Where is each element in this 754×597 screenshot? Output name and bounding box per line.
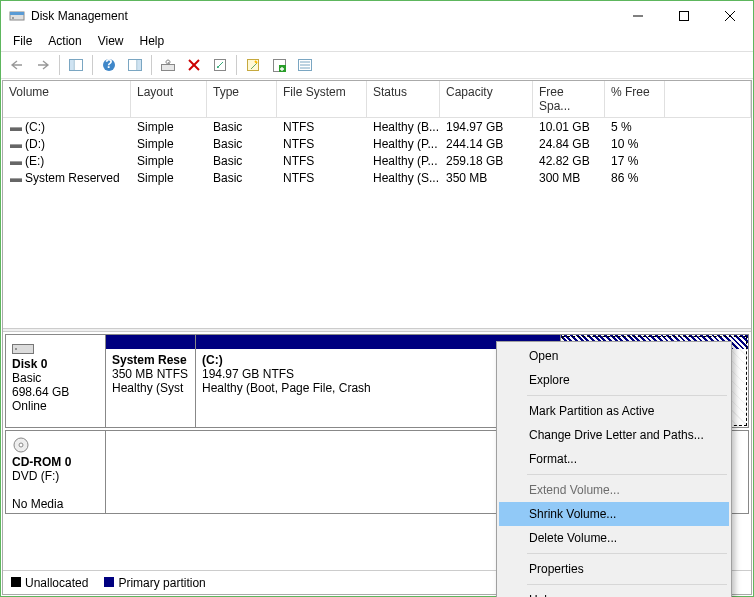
col-capacity[interactable]: Capacity [440,81,533,118]
show-hide-action-pane-button[interactable] [123,54,147,76]
cell-fs: NTFS [277,170,367,186]
table-row[interactable]: ▬System Reserved Simple Basic NTFS Healt… [3,169,751,186]
cell-capacity: 350 MB [440,170,533,186]
disk-label: CD-ROM 0 [12,455,99,469]
svg-rect-4 [680,12,689,21]
menu-action[interactable]: Action [40,32,89,50]
ctx-mark-active[interactable]: Mark Partition as Active [499,399,729,423]
cell-free: 24.84 GB [533,136,605,152]
ctx-separator [527,474,727,475]
app-icon [9,8,25,24]
title-bar: Disk Management [1,1,753,31]
forward-button[interactable] [31,54,55,76]
disk-status: No Media [12,497,99,511]
ctx-separator [527,584,727,585]
cell-volume: System Reserved [25,171,120,185]
cell-pct: 17 % [605,153,665,169]
toolbar-separator [92,55,93,75]
swatch-primary [104,577,114,587]
col-percent-free[interactable]: % Free [605,81,665,118]
svg-rect-1 [10,12,24,15]
ctx-open[interactable]: Open [499,344,729,368]
menu-help[interactable]: Help [132,32,173,50]
cdrom-icon [12,437,99,453]
ctx-explore[interactable]: Explore [499,368,729,392]
svg-point-29 [15,348,17,350]
partition-bar [106,335,195,349]
col-free-space[interactable]: Free Spa... [533,81,605,118]
cell-status: Healthy (P... [367,136,440,152]
refresh-button[interactable] [267,54,291,76]
cell-type: Basic [207,119,277,135]
ctx-format[interactable]: Format... [499,447,729,471]
minimize-button[interactable] [615,1,661,31]
col-type[interactable]: Type [207,81,277,118]
cell-pct: 10 % [605,136,665,152]
cell-layout: Simple [131,170,207,186]
partition-system-reserved[interactable]: System Rese 350 MB NTFS Healthy (Syst [106,335,196,427]
svg-point-20 [217,66,219,68]
cell-fs: NTFS [277,119,367,135]
maximize-button[interactable] [661,1,707,31]
properties-button[interactable] [208,54,232,76]
ctx-change-letter[interactable]: Change Drive Letter and Paths... [499,423,729,447]
disk-size: 698.64 GB [12,385,99,399]
ctx-extend-volume: Extend Volume... [499,478,729,502]
cell-fs: NTFS [277,136,367,152]
legend-primary: Primary partition [104,576,205,590]
close-button[interactable] [707,1,753,31]
ctx-delete-volume[interactable]: Delete Volume... [499,526,729,550]
col-spacer[interactable] [665,81,751,118]
col-status[interactable]: Status [367,81,440,118]
ctx-properties[interactable]: Properties [499,557,729,581]
menu-view[interactable]: View [90,32,132,50]
disk-type: DVD (F:) [12,469,99,483]
toolbar-separator [236,55,237,75]
partition-status: Healthy (Boot, Page File, Crash [202,381,371,395]
col-file-system[interactable]: File System [277,81,367,118]
disk-icon [12,341,99,355]
ctx-help[interactable]: Help [499,588,729,597]
back-button[interactable] [5,54,29,76]
table-row[interactable]: ▬(E:) Simple Basic NTFS Healthy (P... 25… [3,152,751,169]
swatch-unallocated [11,577,21,587]
disk-status: Online [12,399,99,413]
svg-point-2 [12,17,14,19]
toolbar-separator [151,55,152,75]
volume-icon: ▬ [9,120,23,134]
ctx-separator [527,395,727,396]
delete-button[interactable] [182,54,206,76]
volume-list[interactable]: Volume Layout Type File System Status Ca… [3,81,751,328]
settings-button[interactable] [156,54,180,76]
help-button[interactable]: ? [97,54,121,76]
cell-status: Healthy (P... [367,153,440,169]
cell-type: Basic [207,153,277,169]
disk-info: CD-ROM 0 DVD (F:) No Media [6,431,106,513]
col-layout[interactable]: Layout [131,81,207,118]
cell-fs: NTFS [277,153,367,169]
partition-name: (C:) [202,353,223,367]
cell-free: 300 MB [533,170,605,186]
cell-type: Basic [207,136,277,152]
list-button[interactable] [293,54,317,76]
ctx-separator [527,553,727,554]
table-row[interactable]: ▬(D:) Simple Basic NTFS Healthy (P... 24… [3,135,751,152]
table-row[interactable]: ▬(C:) Simple Basic NTFS Healthy (B... 19… [3,118,751,135]
new-button[interactable] [241,54,265,76]
svg-rect-14 [138,60,142,70]
toolbar: ? [1,51,753,79]
svg-rect-9 [70,60,74,70]
menu-file[interactable]: File [5,32,40,50]
cell-status: Healthy (B... [367,119,440,135]
cell-free: 42.82 GB [533,153,605,169]
partition-size: 194.97 GB NTFS [202,367,294,381]
cell-pct: 86 % [605,170,665,186]
disk-type: Basic [12,371,99,385]
menu-bar: File Action View Help [1,31,753,51]
svg-rect-15 [162,65,175,71]
ctx-shrink-volume[interactable]: Shrink Volume... [499,502,729,526]
disk-info: Disk 0 Basic 698.64 GB Online [6,335,106,427]
volume-list-header: Volume Layout Type File System Status Ca… [3,81,751,118]
col-volume[interactable]: Volume [3,81,131,118]
show-hide-console-tree-button[interactable] [64,54,88,76]
